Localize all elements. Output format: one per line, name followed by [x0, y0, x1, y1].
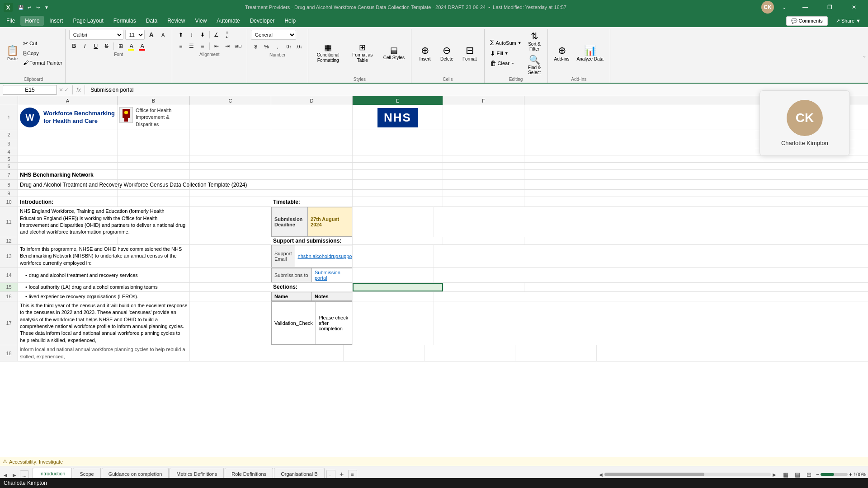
col-header-b[interactable]: B	[118, 96, 190, 105]
comma-button[interactable]: ,	[273, 42, 283, 52]
cell-a16[interactable]: • lived experience recovery organisation…	[18, 292, 190, 301]
user-avatar[interactable]: CK	[761, 1, 774, 14]
quick-access-more[interactable]: ▼	[43, 4, 50, 11]
wrap-text-button[interactable]: ≡↵	[222, 30, 232, 40]
align-center-button[interactable]: ☰	[187, 41, 197, 51]
scroll-left-button[interactable]: ◀	[599, 472, 603, 477]
copy-button[interactable]: ⎘ Copy	[22, 49, 63, 57]
fill-color-button[interactable]: A	[127, 41, 137, 51]
paste-button[interactable]: 📋 Paste	[4, 44, 21, 62]
submissions-value[interactable]: Submission portal	[312, 268, 352, 282]
tab-overflow-button[interactable]: ...	[326, 470, 335, 479]
align-middle-button[interactable]: ↕	[187, 30, 197, 40]
menu-insert[interactable]: Insert	[45, 16, 67, 26]
sheet-prev-button[interactable]: ◀	[2, 471, 9, 479]
zoom-out-button[interactable]: −	[816, 471, 819, 478]
ribbon-toggle[interactable]: ⌄	[778, 1, 791, 14]
cell-a1[interactable]: W Workforce Benchmarking for Health and …	[18, 105, 118, 130]
close-button[interactable]: ✕	[844, 0, 864, 14]
find-select-button[interactable]: 🔍 Find &Select	[525, 53, 544, 76]
bold-button[interactable]: B	[69, 41, 79, 51]
italic-button[interactable]: I	[80, 41, 90, 51]
borders-button[interactable]: ⊞	[116, 41, 126, 51]
cell-d12[interactable]: Support and submissions:	[271, 237, 353, 244]
number-format-select[interactable]: General	[251, 30, 296, 40]
cell-e15[interactable]	[353, 283, 443, 291]
fill-button[interactable]: ⬇ Fill ▼	[488, 49, 524, 58]
decrease-decimal-button[interactable]: .0↓	[294, 42, 304, 52]
font-grow-button[interactable]: A	[146, 30, 156, 40]
zoom-slider[interactable]	[821, 473, 848, 476]
underline-button[interactable]: U	[91, 41, 101, 51]
sort-filter-button[interactable]: ⇅ Sort &Filter	[525, 30, 544, 52]
menu-automate[interactable]: Automate	[212, 16, 244, 26]
font-color-button[interactable]: A	[137, 41, 147, 51]
cell-styles-button[interactable]: ▤ Cell Styles	[381, 44, 407, 61]
restore-button[interactable]: ❐	[819, 0, 840, 14]
format-button[interactable]: ⊟ Format	[459, 43, 481, 63]
decrease-indent-button[interactable]: ⇤	[212, 41, 222, 51]
tick-formula-icon[interactable]: ✓	[64, 87, 69, 93]
expand-formula-icon[interactable]: ✕	[59, 87, 63, 93]
menu-help[interactable]: Help	[280, 16, 300, 26]
clear-button[interactable]: 🗑 Clear ~	[488, 59, 524, 68]
scroll-right-button[interactable]: ▶	[773, 472, 776, 477]
autosum-button[interactable]: Σ AutoSum ▼	[488, 38, 524, 48]
font-size-select[interactable]: 11	[125, 30, 145, 40]
support-email-value[interactable]: nhsbn.alcoholdrugsupport@nhs.net	[295, 245, 353, 267]
increase-indent-button[interactable]: ⇥	[222, 41, 232, 51]
minimize-button[interactable]: —	[795, 0, 816, 14]
cell-a18[interactable]: inform local and national annual workfor…	[18, 345, 190, 361]
col-header-e[interactable]: E	[353, 96, 443, 105]
menu-file[interactable]: File	[2, 16, 19, 26]
align-left-button[interactable]: ≡	[176, 41, 186, 51]
increase-decimal-button[interactable]: .0↑	[283, 42, 293, 52]
menu-view[interactable]: View	[191, 16, 212, 26]
align-right-button[interactable]: ≡	[198, 41, 208, 51]
cell-a11[interactable]: NHS England Workforce, Training and Educ…	[18, 207, 190, 237]
menu-data[interactable]: Data	[142, 16, 162, 26]
format-as-table-button[interactable]: ⊞ Format as Table	[346, 42, 379, 64]
menu-developer[interactable]: Developer	[245, 16, 279, 26]
horizontal-scrollbar[interactable]: ◀ ▶	[597, 471, 778, 478]
sheet-settings-button[interactable]: ≡	[348, 470, 357, 479]
scroll-thumb[interactable]	[604, 473, 704, 476]
share-button[interactable]: ↗ Share ▼	[830, 16, 866, 26]
strikethrough-button[interactable]: S	[102, 41, 112, 51]
format-painter-button[interactable]: 🖌 Format Painter	[22, 59, 63, 67]
formula-input[interactable]	[89, 85, 865, 95]
cell-a15[interactable]: • local authority (LA) drug and alcohol …	[18, 283, 190, 291]
quick-access-save[interactable]: 💾	[17, 4, 24, 11]
cell-a10[interactable]: Introduction:	[18, 197, 118, 206]
font-shrink-button[interactable]: A	[158, 30, 168, 40]
quick-access-redo[interactable]: ↪	[34, 4, 42, 11]
scroll-track[interactable]	[604, 473, 771, 476]
cell-a7[interactable]: NHS Benchmarking Network	[18, 170, 118, 179]
delete-button[interactable]: ⊖ Delete	[437, 43, 457, 63]
align-top-button[interactable]: ⬆	[176, 30, 186, 40]
zoom-in-button[interactable]: +	[849, 471, 852, 478]
align-bottom-button[interactable]: ⬇	[198, 30, 208, 40]
menu-formulas[interactable]: Formulas	[109, 16, 141, 26]
cell-a17[interactable]: This is the third year of the census and…	[18, 301, 190, 345]
angle-text-button[interactable]: ∠	[212, 30, 222, 40]
cut-button[interactable]: ✂ Cut	[22, 39, 63, 48]
menu-page-layout[interactable]: Page Layout	[68, 16, 108, 26]
cell-a14[interactable]: • drug and alcohol treatment and recover…	[18, 268, 190, 282]
col-header-a[interactable]: A	[18, 96, 118, 105]
sheet-next-button[interactable]: ▶	[11, 471, 18, 479]
col-header-f[interactable]: F	[443, 96, 524, 105]
cell-a13[interactable]: To inform this programme, NHSE and OHID …	[18, 245, 190, 267]
analyze-data-button[interactable]: 📊 Analyze Data	[574, 44, 606, 62]
menu-review[interactable]: Review	[163, 16, 189, 26]
insert-button[interactable]: ⊕ Insert	[415, 43, 435, 63]
cell-a8[interactable]: Drug and Alcohol Treatment and Recovery …	[18, 180, 118, 189]
percent-button[interactable]: %	[262, 42, 272, 52]
comments-button[interactable]: 💬 Comments	[786, 16, 828, 26]
cell-d10[interactable]: Timetable:	[271, 197, 353, 206]
add-ins-button[interactable]: ⊕ Add-ins	[552, 44, 572, 62]
menu-home[interactable]: Home	[20, 16, 44, 26]
name-box[interactable]	[3, 85, 57, 95]
font-name-select[interactable]: Calibri	[69, 30, 123, 40]
currency-button[interactable]: $	[251, 42, 261, 52]
